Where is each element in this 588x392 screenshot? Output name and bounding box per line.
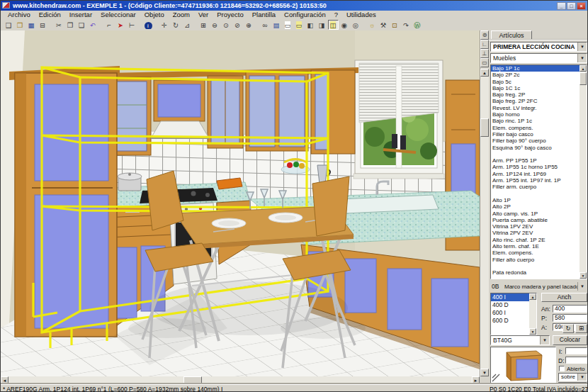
print-icon[interactable]: ⊟ (38, 20, 48, 30)
dimension-tool-icon[interactable]: ⊥ (480, 49, 489, 58)
list-item[interactable]: Pata redonda (491, 269, 579, 276)
menu-item[interactable]: Plantilla (248, 11, 280, 19)
list-item[interactable]: Arm. 1P124 int. 1P69 (491, 171, 579, 177)
list-item[interactable]: Bajo 1C 1c (491, 85, 579, 91)
list-item[interactable]: Filler bajo 90° cuerpo (491, 138, 579, 144)
zoom-window-icon[interactable]: ⊞ (198, 20, 209, 30)
move-icon[interactable]: ✛ (159, 20, 170, 30)
menu-item[interactable]: Configuración (280, 11, 330, 19)
list-item[interactable]: Elem. compens. (491, 125, 579, 131)
menu-item[interactable]: Seleccionar (96, 11, 140, 19)
open-checkbox[interactable] (559, 366, 565, 371)
save-view-icon[interactable]: ▤ (271, 20, 282, 30)
viewport-hscrollbar[interactable]: ◄ ► (1, 376, 480, 384)
articles-list[interactable]: Bajo 1P 1cBajo 2P 2cBajo 5cBajo 1C 1cBaj… (490, 65, 587, 279)
list-item[interactable]: Revest. LV integr. (491, 105, 579, 111)
list-item[interactable]: Bajo 2P 2c (491, 72, 579, 78)
close-button[interactable]: × (577, 2, 586, 10)
chevron-down-icon[interactable]: ▼ (577, 54, 587, 62)
size-item[interactable]: 600 I (491, 309, 529, 317)
list-item[interactable]: Bajo 1P 1c (491, 65, 579, 72)
zoom-all-icon[interactable]: ⊙ (221, 20, 232, 30)
elevation-view-icon[interactable]: ▭ (294, 20, 305, 30)
list-item[interactable]: Alto camp. vis. 1P (491, 211, 579, 217)
menu-item[interactable]: Proyecto (213, 11, 248, 19)
scroll-down-icon[interactable]: ▼ (579, 272, 587, 279)
list-item[interactable]: Bajo 5c (491, 79, 579, 85)
spectacles-icon[interactable]: ∞ (260, 20, 271, 30)
chevron-down-icon[interactable]: ▼ (577, 374, 587, 381)
list-item[interactable]: Elem. compens. (491, 250, 579, 256)
select-tool-icon[interactable]: ⊚ (480, 30, 489, 40)
width-button[interactable]: Anch (541, 293, 587, 302)
left-field[interactable] (565, 347, 587, 354)
family-select[interactable]: Muebles▼ (490, 53, 587, 63)
list-item[interactable] (491, 191, 579, 197)
hscroll-thumb[interactable] (183, 376, 202, 384)
list-item[interactable] (491, 151, 579, 157)
copy-icon[interactable]: ❐ (65, 20, 76, 30)
sizes-list[interactable]: 400 I400 D600 I600 D ▲ ▼ (490, 293, 537, 335)
pointer-flag-icon[interactable]: ➤ (115, 20, 126, 30)
profile-icon[interactable]: ⌐ (104, 20, 115, 30)
scroll-thumb[interactable] (579, 72, 587, 85)
undo-icon[interactable]: ↶ (88, 20, 98, 30)
cut-icon[interactable]: ✂ (54, 20, 64, 30)
list-item[interactable]: Arm. 1P55 int. 1P97 int. 1P (491, 177, 579, 184)
info-icon[interactable]: i (143, 20, 154, 30)
render-icon[interactable]: ☼ (367, 20, 378, 30)
open-icon[interactable]: ❒ (15, 20, 26, 30)
corner-tool-icon[interactable]: ∟ (480, 40, 489, 49)
new-icon[interactable]: ❑ (4, 20, 14, 30)
stamp-icon[interactable]: ⊡ (390, 20, 400, 30)
zoom-in-icon[interactable]: ⊕ (244, 20, 254, 30)
measure-icon[interactable]: ⊢ (127, 20, 137, 30)
scroll-up-icon[interactable]: ▲ (579, 65, 587, 72)
zoom-out-icon[interactable]: ⊖ (210, 20, 220, 30)
vscroll-thumb[interactable] (480, 118, 489, 137)
drafting-tools-icon[interactable]: ⚒ (378, 20, 389, 30)
paste-icon[interactable]: ❏ (77, 20, 87, 30)
list-item[interactable]: Esquina 90° bajo casco (491, 145, 579, 151)
perspective-icon[interactable]: ◫ (328, 20, 339, 30)
list-item[interactable]: Vitrina 1PV 2EV (491, 223, 579, 230)
list-item[interactable]: Arm. 1P55 1c horno 1P55 (491, 164, 579, 170)
right-field[interactable] (565, 357, 587, 364)
tab-articulos[interactable]: Artículos (491, 30, 532, 40)
model-select[interactable]: BT40G▼ (490, 335, 550, 345)
list-item[interactable]: Alto rinc. chaf. 1P 2E (491, 237, 579, 243)
axonometry-icon[interactable]: ◧ (305, 20, 316, 30)
chevron-down-icon[interactable]: ▼ (577, 282, 587, 291)
hscroll-right-icon[interactable]: ► (472, 376, 480, 384)
world-icon[interactable]: Ⓦ (412, 20, 423, 30)
articles-scrollbar[interactable]: ▲ ▼ (579, 65, 587, 279)
frame-tool-icon[interactable]: ▭ (480, 58, 489, 67)
redo-icon[interactable]: ↷ (401, 20, 412, 30)
axonometry2-icon[interactable]: ◨ (317, 20, 327, 30)
list-item[interactable]: Alto 2P (491, 203, 579, 210)
menu-item[interactable]: ? (330, 11, 342, 19)
scroll-up-icon[interactable]: ▲ (529, 293, 536, 300)
vscroll-down-icon[interactable]: ▼ (480, 369, 489, 376)
list-item[interactable]: Arm. PP 1P55 1P (491, 157, 579, 164)
minimize-button[interactable]: _ (557, 2, 566, 10)
scroll-down-icon[interactable]: ▼ (529, 328, 536, 335)
list-item[interactable]: Bajo freg. 2P (491, 91, 579, 98)
menu-item[interactable]: Insertar (65, 11, 96, 19)
camera2-icon[interactable]: ◎ (351, 20, 361, 30)
list-item[interactable]: Bajo freg. 2P 2FC (491, 98, 579, 104)
menu-item[interactable]: Objeto (140, 11, 169, 19)
camera-icon[interactable]: ◉ (339, 20, 350, 30)
size-item[interactable]: 400 I (491, 293, 529, 301)
list-item[interactable]: Filler arm. cuerpo (491, 184, 579, 190)
list-item[interactable]: Bajo rinc. 1P 1c (491, 118, 579, 124)
chevron-down-icon[interactable]: ▼ (540, 336, 549, 345)
list-item[interactable]: Filler alto cuerpo (491, 257, 579, 263)
refresh-button[interactable]: ↻ (562, 324, 574, 333)
menu-item[interactable]: Archivo (4, 11, 35, 19)
viewport-3d[interactable] (1, 30, 480, 376)
list-item[interactable]: Puerta camp. abatible (491, 217, 579, 223)
rotate-icon[interactable]: ↻ (171, 20, 181, 30)
size-item[interactable]: 600 D (491, 317, 529, 325)
chevron-down-icon[interactable]: ▼ (577, 43, 587, 51)
